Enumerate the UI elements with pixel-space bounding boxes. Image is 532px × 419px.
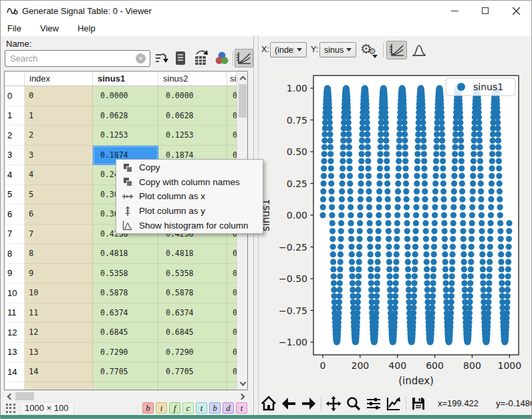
cell-index[interactable]: 9 bbox=[25, 264, 93, 284]
back-button[interactable] bbox=[279, 394, 299, 413]
menu-file[interactable]: File bbox=[1, 23, 28, 33]
row-header-cell[interactable]: 14 bbox=[5, 362, 25, 382]
cell-index[interactable]: 12 bbox=[25, 323, 93, 343]
zoom-button[interactable] bbox=[344, 394, 364, 413]
cell-index[interactable]: 10 bbox=[25, 283, 93, 303]
menu-help[interactable]: Help bbox=[71, 23, 102, 33]
context-menu-item-plot-as-y[interactable]: Plot column as y bbox=[116, 204, 263, 219]
row-header-cell[interactable]: 4 bbox=[5, 165, 25, 185]
show-plot-button[interactable] bbox=[235, 49, 253, 67]
pan-button[interactable] bbox=[323, 394, 344, 413]
horizontal-scroll-thumb[interactable] bbox=[15, 392, 34, 400]
cell-sinus1[interactable]: 0.5878 bbox=[93, 283, 158, 303]
cell-sinus1[interactable]: 0.5358 bbox=[93, 264, 158, 284]
minimize-button[interactable] bbox=[439, 1, 470, 21]
row-header-cell[interactable]: 3 bbox=[5, 146, 25, 166]
cell-index[interactable]: 14 bbox=[25, 362, 93, 382]
column-header-sinus1[interactable]: sinus1 bbox=[93, 72, 158, 86]
forward-button[interactable] bbox=[299, 394, 319, 413]
y-axis-select[interactable]: sinus1 bbox=[319, 42, 356, 57]
cell-sin[interactable]: 0 bbox=[227, 323, 237, 343]
attributes-button[interactable] bbox=[171, 49, 190, 67]
row-header-cell[interactable] bbox=[5, 382, 25, 391]
cell-sin[interactable]: 0 bbox=[227, 106, 237, 126]
cell-sinus2[interactable]: 0.6374 bbox=[158, 303, 227, 323]
histogram-view-button[interactable] bbox=[408, 41, 429, 59]
cell-index[interactable]: 13 bbox=[25, 343, 93, 363]
cell-sinus1[interactable]: 0.4818 bbox=[93, 244, 158, 264]
cell-sin[interactable]: 0 bbox=[227, 126, 237, 146]
table-horizontal-scrollbar[interactable] bbox=[4, 391, 248, 402]
row-header-cell[interactable]: 11 bbox=[5, 303, 25, 323]
cell-index[interactable]: 7 bbox=[25, 225, 93, 245]
cell-sinus1[interactable]: 0.7290 bbox=[93, 343, 158, 363]
row-header-cell[interactable]: 5 bbox=[5, 185, 25, 205]
scroll-right-icon[interactable] bbox=[237, 391, 248, 402]
clear-search-icon[interactable]: × bbox=[136, 53, 146, 63]
context-menu-item-plot-as-x[interactable]: Plot column as x bbox=[116, 189, 263, 204]
context-menu-item-copy-with-names[interactable]: Copy with column names bbox=[116, 175, 263, 190]
cell-index[interactable] bbox=[25, 382, 93, 391]
cell-sinus2[interactable]: 0.0000 bbox=[158, 86, 227, 106]
cell-sinus2[interactable]: 0.4818 bbox=[158, 244, 227, 264]
scatter-view-button[interactable] bbox=[386, 41, 407, 59]
cell-index[interactable]: 4 bbox=[25, 165, 93, 185]
cell-index[interactable]: 11 bbox=[25, 303, 93, 323]
cell-sinus1[interactable]: 0.1253 bbox=[93, 126, 158, 146]
row-header-cell[interactable]: 7 bbox=[5, 225, 25, 245]
sort-rows-button[interactable] bbox=[152, 49, 170, 67]
cell-sinus1[interactable] bbox=[93, 382, 158, 391]
cell-sin[interactable]: 0 bbox=[227, 303, 237, 323]
cell-index[interactable]: 8 bbox=[25, 244, 93, 264]
toggle-colors-button[interactable] bbox=[213, 49, 231, 67]
scroll-left-icon[interactable] bbox=[4, 391, 15, 402]
row-header-cell[interactable]: 12 bbox=[5, 323, 25, 343]
recalculate-button[interactable] bbox=[192, 49, 211, 67]
figure-options-button[interactable] bbox=[384, 394, 404, 413]
x-axis-select[interactable]: (index) bbox=[270, 42, 307, 57]
row-header-cell[interactable]: 2 bbox=[5, 126, 25, 146]
search-input[interactable] bbox=[5, 53, 136, 63]
row-header-cell[interactable]: 9 bbox=[5, 264, 25, 284]
scroll-up-icon[interactable] bbox=[237, 72, 248, 83]
cell-sin[interactable]: 0 bbox=[227, 244, 237, 264]
cell-sinus1[interactable]: 0.6845 bbox=[93, 323, 158, 343]
cell-index[interactable]: 6 bbox=[25, 204, 93, 225]
cell-sinus2[interactable]: 0.5358 bbox=[158, 264, 227, 284]
save-button[interactable] bbox=[408, 394, 428, 413]
cell-sinus2[interactable]: 0.5878 bbox=[158, 283, 227, 303]
row-header-cell[interactable]: 13 bbox=[5, 343, 25, 363]
row-header-cell[interactable]: 8 bbox=[5, 244, 25, 264]
cell-sinus1[interactable]: 0.0000 bbox=[93, 86, 158, 106]
cell-index[interactable]: 3 bbox=[25, 146, 93, 166]
row-header-cell[interactable]: 10 bbox=[5, 283, 25, 303]
row-header-cell[interactable]: 1 bbox=[5, 106, 25, 126]
cell-sinus2[interactable]: 0.7705 bbox=[158, 362, 227, 382]
row-header-cell[interactable]: 0 bbox=[5, 86, 25, 106]
cell-sin[interactable]: 0 bbox=[227, 283, 237, 303]
cell-sinus2[interactable]: 0.6845 bbox=[158, 323, 227, 343]
column-header-sinus2[interactable]: sinus2 bbox=[158, 72, 227, 86]
cell-sin[interactable]: 0 bbox=[227, 362, 237, 382]
cell-index[interactable]: 2 bbox=[25, 126, 93, 146]
cell-index[interactable]: 5 bbox=[25, 185, 93, 205]
cell-sin[interactable]: 0 bbox=[227, 264, 237, 284]
column-header-sin-truncated[interactable]: sin bbox=[227, 72, 237, 86]
cell-sin[interactable]: 0 bbox=[227, 86, 237, 106]
cell-sinus2[interactable] bbox=[158, 382, 227, 391]
column-header-index[interactable]: index bbox=[25, 72, 93, 86]
context-menu-item-show-histogram[interactable]: Show histogram for column bbox=[116, 218, 263, 233]
cell-index[interactable]: 1 bbox=[25, 106, 93, 126]
vertical-scroll-thumb[interactable] bbox=[239, 84, 247, 118]
cell-sin[interactable] bbox=[227, 382, 237, 391]
cell-sinus2[interactable]: 0.0628 bbox=[158, 106, 227, 126]
cell-sinus2[interactable]: 0.1253 bbox=[158, 126, 227, 146]
plot-settings-button[interactable]: ⚙ ⚙ bbox=[359, 41, 380, 59]
cell-sinus1[interactable]: 0.0628 bbox=[93, 106, 158, 126]
menu-view[interactable]: View bbox=[33, 23, 65, 33]
home-button[interactable] bbox=[259, 394, 279, 413]
cell-index[interactable]: 0 bbox=[25, 86, 93, 106]
subplot-config-button[interactable] bbox=[364, 394, 384, 413]
row-header-cell[interactable]: 6 bbox=[5, 204, 25, 225]
scatter-plot[interactable]: 020040060080010001.000.750.500.250.00−0.… bbox=[259, 71, 532, 392]
